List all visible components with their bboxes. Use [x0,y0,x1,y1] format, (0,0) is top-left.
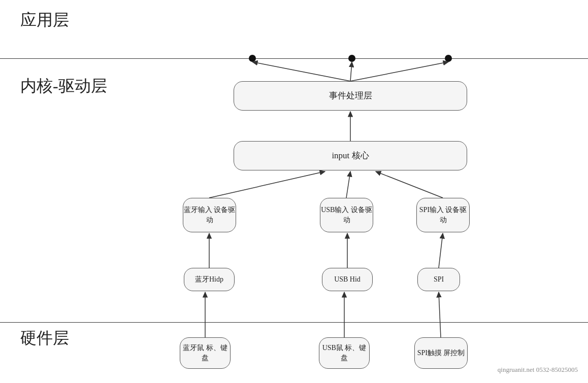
svg-line-6 [209,171,325,198]
top-divider [0,58,588,59]
svg-line-7 [346,171,350,198]
hardware-layer-label: 硬件层 [20,327,69,350]
spi-box: SPI [417,268,460,291]
dot-right [445,55,452,62]
bt-hw-box: 蓝牙鼠 标、键盘 [180,337,231,369]
dot-center [348,55,355,62]
spi-hw-box: SPI触摸 屏控制 [414,337,468,369]
bt-driver-box: 蓝牙输入 设备驱动 [183,198,236,232]
kernel-layer-label: 内核-驱动层 [20,75,107,97]
input-core-box: input 核心 [234,141,467,170]
watermark: qingruanit.net 0532-85025005 [498,366,578,374]
arrows-overlay [0,0,588,383]
usb-driver-box: USB输入 设备驱动 [320,198,373,232]
spi-driver-box: SPI输入 设备驱动 [416,198,470,232]
bt-hidp-box: 蓝牙Hidp [184,268,235,291]
svg-line-4 [350,62,448,81]
usb-hid-box: USB Hid [322,268,373,291]
svg-line-3 [350,62,352,81]
dot-left [249,55,256,62]
svg-line-14 [439,292,441,337]
usb-hw-box: USB鼠 标、键盘 [319,337,370,369]
event-handler-box: 事件处理层 [234,81,467,111]
app-layer-label: 应用层 [20,9,69,31]
bottom-divider [0,322,588,323]
svg-line-11 [439,233,443,268]
svg-line-2 [252,62,350,81]
svg-line-8 [376,171,443,198]
